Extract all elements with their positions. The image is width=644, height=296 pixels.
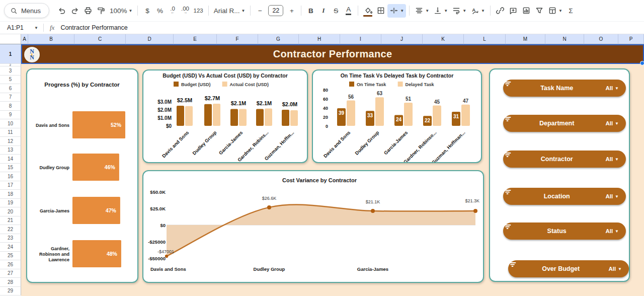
row-header-7[interactable]: 7 <box>0 93 21 102</box>
row-header-29[interactable]: 29 <box>0 287 21 296</box>
row-header-3[interactable]: 3 <box>0 66 21 76</box>
italic-button[interactable]: I <box>317 4 330 18</box>
row-header-23[interactable]: 23 <box>0 234 21 243</box>
row-header-6[interactable]: 6 <box>0 84 21 93</box>
row-header-9[interactable]: 9 <box>0 111 21 120</box>
column-header-K[interactable]: K <box>423 34 464 44</box>
row-header-20[interactable]: 20 <box>0 207 21 216</box>
row-header-28[interactable]: 28 <box>0 278 21 287</box>
column-header-J[interactable]: J <box>381 34 423 44</box>
filter-pill-task-name[interactable]: Task Name All▼ <box>503 80 626 97</box>
increase-decimals-button[interactable]: .00→ <box>179 4 191 18</box>
row-header-14[interactable]: 14 <box>0 155 21 164</box>
row-header-22[interactable]: 22 <box>0 225 21 234</box>
increase-font-size-button[interactable]: + <box>285 4 298 18</box>
undo-button[interactable] <box>55 4 68 18</box>
column-header-G[interactable]: G <box>258 34 299 44</box>
menus-button[interactable]: Menus <box>4 3 49 18</box>
toolbar-divider <box>301 6 301 16</box>
column-header-O[interactable]: O <box>584 34 618 44</box>
filter-value-dropdown[interactable]: All▼ <box>605 120 619 126</box>
merge-cells-button[interactable]: ▼ <box>387 4 406 18</box>
row-header-10[interactable]: 10 <box>0 119 21 128</box>
category-label: Davis and Sons <box>36 123 69 128</box>
filter-value-dropdown[interactable]: All▼ <box>605 156 619 162</box>
row-header-17[interactable]: 17 <box>0 181 21 190</box>
filter-pill-contractor[interactable]: Contractor All▼ <box>503 151 626 168</box>
filter-pill-location[interactable]: Location All▼ <box>503 188 626 205</box>
insert-link-button[interactable] <box>494 4 507 18</box>
row-header-24[interactable]: 24 <box>0 243 21 252</box>
font-size-input[interactable]: 22 <box>266 4 285 18</box>
create-filter-button[interactable] <box>533 4 546 18</box>
functions-button[interactable]: Σ <box>565 4 577 18</box>
row-header-5[interactable]: 5 <box>0 76 21 85</box>
vertical-align-button[interactable]: ▼ <box>431 4 450 18</box>
sheet-cells[interactable]: N t N Contractor Performance Progress (%… <box>21 44 644 296</box>
filter-value-dropdown[interactable]: All▼ <box>605 228 619 234</box>
column-header-I[interactable]: I <box>340 34 381 44</box>
row-header-13[interactable]: 13 <box>0 146 21 155</box>
row-header-8[interactable]: 8 <box>0 102 21 111</box>
text-color-button[interactable]: A <box>342 4 355 18</box>
text-wrap-button[interactable]: ▼ <box>450 4 468 18</box>
decrease-decimals-button[interactable]: .0← <box>166 4 179 18</box>
horizontal-align-button[interactable]: ▼ <box>413 4 431 18</box>
formula-input[interactable]: Contractor Performance <box>60 24 127 31</box>
row-header-26[interactable]: 26 <box>0 260 21 269</box>
filter-pill-over-budget[interactable]: Over Budget All▼ <box>508 260 629 277</box>
filter-value-dropdown[interactable]: All▼ <box>605 193 619 199</box>
column-header-E[interactable]: E <box>174 34 217 44</box>
zoom-select[interactable]: 100%▼ <box>108 4 134 18</box>
table-button[interactable]: ▼ <box>546 4 565 18</box>
row-header-25[interactable]: 25 <box>0 252 21 261</box>
redo-button[interactable] <box>68 4 82 18</box>
filter-value-dropdown[interactable]: All▼ <box>608 266 622 272</box>
column-header-C[interactable]: C <box>74 34 126 44</box>
decrease-font-size-button[interactable]: − <box>254 4 266 18</box>
filter-pill-department[interactable]: Department All▼ <box>503 115 626 132</box>
column-header-N[interactable]: N <box>545 34 584 44</box>
more-formats-button[interactable]: 123 <box>191 4 205 18</box>
filter-pill-status[interactable]: Status All▼ <box>503 223 626 240</box>
column-header-H[interactable]: H <box>299 34 340 44</box>
column-header-D[interactable]: D <box>126 34 174 44</box>
column-header-F[interactable]: F <box>217 34 258 44</box>
row-header-11[interactable]: 11 <box>0 128 21 137</box>
row-header-19[interactable]: 19 <box>0 199 21 208</box>
row-header-15[interactable]: 15 <box>0 164 21 173</box>
format-percent-button[interactable]: % <box>153 4 166 18</box>
insert-chart-button[interactable] <box>520 4 533 18</box>
format-currency-button[interactable]: $ <box>141 4 153 18</box>
selection-handle[interactable] <box>640 61 644 65</box>
row-header-12[interactable]: 12 <box>0 137 21 146</box>
font-select[interactable]: Arial R...▼ <box>212 4 248 18</box>
filter-value-dropdown[interactable]: All▼ <box>605 85 619 91</box>
column-header-L[interactable]: L <box>464 34 506 44</box>
column-header-M[interactable]: M <box>506 34 545 44</box>
text-rotation-button[interactable]: A▼ <box>468 4 487 18</box>
strikethrough-button[interactable]: S <box>330 4 342 18</box>
budget-chart-card[interactable]: Budget (USD) Vs Actual Cost (USD) by Con… <box>142 69 308 163</box>
ontime-chart-card[interactable]: On Time Task Vs Delayed Task by Contract… <box>312 69 482 163</box>
column-header-A[interactable]: A <box>21 34 28 44</box>
print-button[interactable] <box>82 4 95 18</box>
select-all-corner[interactable] <box>0 34 21 44</box>
banner[interactable]: N t N Contractor Performance <box>21 44 644 64</box>
column-header-P[interactable]: P <box>618 34 644 44</box>
paint-format-button[interactable] <box>95 4 108 18</box>
variance-chart: Cost Variance by Contractor$50.0K$25.0K$… <box>143 171 483 282</box>
fill-color-button[interactable] <box>361 4 374 18</box>
bold-button[interactable]: B <box>304 4 317 18</box>
row-header-16[interactable]: 16 <box>0 172 21 181</box>
variance-chart-card[interactable]: Cost Variance by Contractor$50.0K$25.0K$… <box>142 170 484 283</box>
row-header-1[interactable]: 1 <box>0 44 21 64</box>
borders-button[interactable] <box>374 4 387 18</box>
progress-chart-card[interactable]: Progress (%) by Contractor52%Davis and S… <box>26 68 138 283</box>
row-header-27[interactable]: 27 <box>0 269 21 278</box>
column-header-B[interactable]: B <box>28 34 74 44</box>
name-box[interactable]: A1:P1 ▼ <box>0 22 43 34</box>
row-header-21[interactable]: 21 <box>0 216 21 226</box>
insert-comment-button[interactable] <box>507 4 520 18</box>
row-header-18[interactable]: 18 <box>0 190 21 199</box>
